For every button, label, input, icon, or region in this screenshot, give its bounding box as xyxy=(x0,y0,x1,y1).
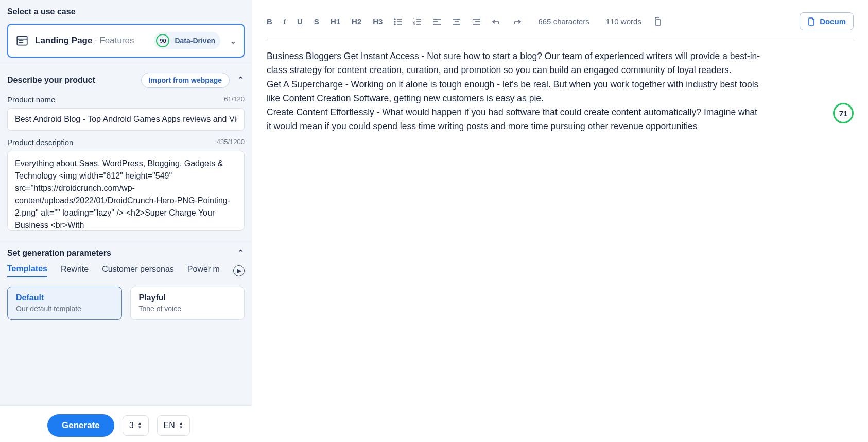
parameters-heading: Set generation parameters xyxy=(7,249,111,258)
template-sub: Tone of voice xyxy=(139,305,236,313)
document-button[interactable]: Docum xyxy=(800,12,854,30)
product-name-counter: 61/120 xyxy=(224,95,245,104)
h3-button[interactable]: H3 xyxy=(373,17,383,26)
generate-button[interactable]: Generate xyxy=(47,414,114,437)
template-sub: Our default template xyxy=(16,305,113,313)
underline-button[interactable]: U xyxy=(297,17,303,26)
svg-text:3: 3 xyxy=(413,23,415,26)
strike-button[interactable]: S xyxy=(314,17,319,26)
tab-rewrite[interactable]: Rewrite xyxy=(61,264,89,277)
use-case-sub: · Features xyxy=(95,36,134,45)
copy-icon[interactable] xyxy=(653,17,662,26)
content-score-badge[interactable]: 71 xyxy=(833,103,854,123)
italic-button[interactable]: i xyxy=(284,17,286,26)
word-count: 110 words xyxy=(606,17,641,26)
h2-button[interactable]: H2 xyxy=(352,17,361,26)
redo-icon[interactable] xyxy=(512,19,522,25)
section-parameters: Set generation parameters ⌃ Templates Re… xyxy=(0,240,252,327)
product-desc-label: Product description 435/1200 xyxy=(7,138,245,147)
chevron-up-icon[interactable]: ⌃ xyxy=(237,247,245,259)
tab-templates[interactable]: Templates xyxy=(7,264,47,277)
section-describe: Describe your product Import from webpag… xyxy=(0,65,252,240)
tab-power-mode[interactable]: Power m xyxy=(187,264,220,277)
editor-pane: B i U S H1 H2 H3 123 665 characters 110 … xyxy=(252,0,868,442)
app-root: Select a use case Landing Page · Feature… xyxy=(0,0,868,442)
describe-heading: Describe your product xyxy=(7,76,95,85)
product-desc-textarea[interactable] xyxy=(7,151,245,231)
template-title: Default xyxy=(16,293,113,303)
document-icon xyxy=(807,17,815,26)
align-left-icon[interactable] xyxy=(433,17,441,26)
toolbar-divider xyxy=(267,38,854,38)
sidebar-footer: Generate 3 ▲▼ EN ▲▼ xyxy=(0,405,252,442)
use-case-tag: Data-Driven xyxy=(175,37,215,45)
parameter-tabs: Templates Rewrite Customer personas Powe… xyxy=(7,264,245,277)
use-case-selector[interactable]: Landing Page · Features 90 Data-Driven ⌄ xyxy=(7,24,245,58)
stepper-icon: ▲▼ xyxy=(179,421,183,430)
svg-point-5 xyxy=(394,21,395,22)
stepper-icon: ▲▼ xyxy=(138,421,142,430)
product-desc-counter: 435/1200 xyxy=(217,138,245,147)
template-title: Playful xyxy=(139,293,236,303)
template-card-playful[interactable]: Playful Tone of voice xyxy=(130,287,245,320)
tab-customer-personas[interactable]: Customer personas xyxy=(102,264,174,277)
svg-rect-25 xyxy=(655,20,661,25)
editor-toolbar: B i U S H1 H2 H3 123 665 characters 110 … xyxy=(267,10,854,38)
chevron-down-icon[interactable]: ⌄ xyxy=(230,36,236,46)
char-count: 665 characters xyxy=(538,17,589,26)
svg-point-4 xyxy=(394,19,395,20)
language-select[interactable]: EN ▲▼ xyxy=(157,415,190,436)
template-card-default[interactable]: Default Our default template xyxy=(7,287,122,320)
use-case-heading: Select a use case xyxy=(7,7,245,16)
tabs-scroll-right-icon[interactable]: ▶ xyxy=(233,265,245,276)
align-right-icon[interactable] xyxy=(472,17,480,26)
score-badge: 90 xyxy=(156,34,169,47)
product-name-input[interactable] xyxy=(7,108,245,131)
quantity-stepper[interactable]: 3 ▲▼ xyxy=(123,415,149,436)
undo-icon[interactable] xyxy=(492,19,501,25)
landing-page-icon xyxy=(15,34,29,47)
template-card-list: Default Our default template Playful Ton… xyxy=(7,287,245,320)
chevron-up-icon[interactable]: ⌃ xyxy=(237,75,245,86)
use-case-score-pill: 90 Data-Driven xyxy=(154,32,220,49)
sidebar: Select a use case Landing Page · Feature… xyxy=(0,0,252,442)
product-name-label: Product name 61/120 xyxy=(7,95,245,104)
bold-button[interactable]: B xyxy=(267,17,272,26)
use-case-label: Landing Page xyxy=(35,36,92,45)
numbered-list-icon[interactable]: 123 xyxy=(413,17,422,26)
editor-content[interactable]: Business Bloggers Get Instant Access - N… xyxy=(267,49,761,134)
svg-point-6 xyxy=(394,24,395,25)
content-score-float: 71 xyxy=(833,103,854,123)
section-use-case: Select a use case Landing Page · Feature… xyxy=(0,0,252,65)
align-center-icon[interactable] xyxy=(453,17,461,26)
import-webpage-button[interactable]: Import from webpage xyxy=(141,73,230,88)
bullet-list-icon[interactable] xyxy=(394,17,402,26)
h1-button[interactable]: H1 xyxy=(331,17,340,26)
